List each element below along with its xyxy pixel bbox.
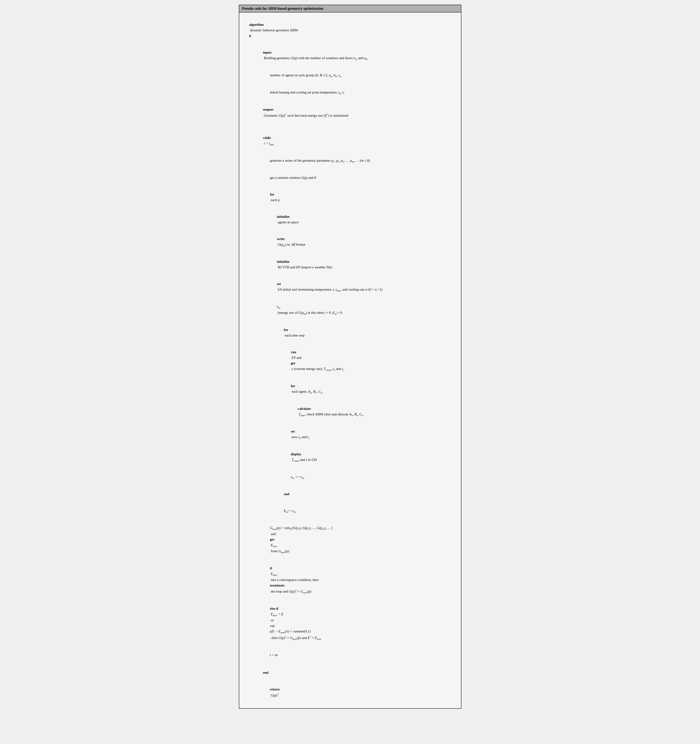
if-enew-text: met a convergence condition, then — [270, 578, 319, 582]
return-line: return G(p)* — [244, 681, 456, 704]
for-keyword-1: for — [270, 192, 274, 196]
for-time-step-line: for each time step — [244, 321, 456, 344]
initialize-agents-line: initialize agents in space — [244, 208, 456, 231]
em-accum-line: em += em — [244, 469, 456, 486]
gnew-text: Gnew(p) = minE[G(p1), G(p2), …, G(pm), …… — [270, 526, 333, 530]
write-text: G(pm) in .idf format — [277, 243, 305, 246]
set-keyword-1: set — [277, 282, 281, 286]
else-if-text-then: , then G(p)*:= Gnew(p) and E* = Enew — [270, 636, 321, 640]
end-while-line: end — [244, 664, 456, 681]
set-new-text: new th and tc — [291, 435, 309, 439]
initialize-bcvtb-text: BCVTB and EP (import a weather file) — [277, 265, 332, 269]
if-enew-text2: the loop and G(p)*:= Gnew(p) — [270, 589, 311, 593]
while-keyword: while — [263, 136, 271, 140]
initialize-keyword-2: initialize — [277, 260, 290, 263]
algorithm-keyword: algorithm — [249, 23, 264, 27]
for-keyword-3: for — [291, 384, 295, 388]
run-ep-text2: e (current energy use), Troom, th and tc — [291, 367, 344, 371]
display-line: display Troom and e in GH — [244, 446, 456, 469]
input-text-3: Initial heating and cooling set point te… — [270, 91, 345, 94]
return-text: G(p)* — [270, 693, 279, 697]
t-update-line: t = tα — [244, 647, 456, 663]
header-bar: Pseudo code for ABM-based geometry optim… — [239, 5, 461, 12]
else-keyword: else if — [270, 607, 278, 610]
terminate-keyword: terminate — [270, 583, 284, 587]
calculate-keyword: calculate — [298, 407, 311, 411]
content-area: algorithm dynamic behavior-geometry ABM … — [239, 12, 461, 708]
get-keyword: get — [291, 361, 295, 365]
get-keyword-2: get — [270, 537, 274, 541]
input-text-1: Building geometry G(p) with the number o… — [263, 56, 368, 60]
gnew-and: and — [270, 532, 276, 536]
write-keyword: write — [277, 237, 284, 241]
if-enew-condition: Enew — [270, 572, 277, 576]
if-keyword-1: if — [270, 566, 272, 570]
while-line: while t > tmin — [244, 129, 456, 152]
end-keyword-1: end — [284, 492, 289, 496]
run-ep-line: run EP and get e (current energy use), T… — [244, 344, 456, 378]
gnew-enew: Enew — [270, 543, 277, 547]
get-random-text: get a random solution G(p) and E — [270, 176, 317, 180]
input-line-3: Initial heating and cooling set point te… — [244, 84, 456, 101]
calculate-tskin-line: calculate Tskin, check ABM rules and all… — [244, 400, 456, 423]
while-condition: t > tmin — [263, 141, 274, 145]
generate-text: generate a series of the geometry parame… — [270, 159, 370, 162]
output-keyword: output: — [263, 108, 274, 111]
output-line: output: Geometry G(p)* such that total e… — [244, 101, 456, 124]
initialize-agents-text: agents in space — [277, 220, 299, 224]
t-update-text: t = tα — [270, 653, 278, 657]
run-keyword: run — [291, 350, 296, 354]
gnew-line: Gnew(p) = minE[G(p1), G(p2), …, G(pm), …… — [244, 519, 456, 560]
em-init-desc: (energy use of G(pm) at this time) := 0,… — [277, 311, 342, 314]
else-if-exp2: ((E − Enew)/t) > random(0,1) — [270, 629, 311, 633]
em-init-line: em (energy use of G(pm) at this time) :=… — [244, 298, 456, 321]
initialize-bcvtb-line: initialize BCVTB and EP (import a weathe… — [244, 253, 456, 275]
display-keyword: display — [291, 452, 302, 456]
run-ep-text: EP and — [291, 356, 302, 360]
input-text-2: number of agents in each group (A, B, C)… — [270, 73, 341, 77]
em-accum-text: em += em — [291, 475, 304, 479]
set-sa-line: set SA initial and terminating temperatu… — [244, 275, 456, 298]
else-if-text-or: or — [270, 618, 275, 622]
display-text: Troom and e in GH — [291, 458, 317, 461]
set-new-line: set new th and tc — [244, 423, 456, 446]
calculate-tskin-text: Tskin, check ABM rules and allocate Au, … — [298, 412, 364, 416]
gnew-from: from Gnew(p) — [270, 549, 289, 553]
em-init-text: em — [277, 305, 280, 308]
end-for-time-step-line: end — [244, 486, 456, 502]
output-text: Geometry G(p)* such that total energy us… — [263, 114, 348, 118]
else-if-line: else if Enew < E or exp ((E − Enew)/t) >… — [244, 600, 456, 647]
for-each-agent-line: for each agent, Au, Bv, Cw — [244, 378, 456, 400]
input-line-2: number of agents in each group (A, B, C)… — [244, 67, 456, 84]
em-assign-text: Em:= em — [284, 509, 296, 513]
set-keyword-2: set — [291, 430, 295, 433]
for-each-agent-text: each agent, Au, Bv, Cw — [291, 390, 322, 393]
input-line-1: input: Building geometry G(p) with the n… — [244, 44, 456, 67]
for-keyword-2: for — [284, 328, 288, 332]
write-line: write G(pm) in .idf format — [244, 231, 456, 253]
if-enew-line: if Enew met a convergence condition, the… — [244, 560, 456, 600]
em-assign-line: Em:= em — [244, 502, 456, 519]
end-keyword-2: end — [263, 671, 268, 674]
for-time-step-text: each time step — [284, 333, 305, 337]
get-random-line: get a random solution G(p) and E — [244, 169, 456, 186]
algorithm-name: dynamic behavior-geometry ABM — [249, 28, 299, 32]
for-each-p-text: each p — [270, 198, 279, 202]
algorithm-title-line: algorithm dynamic behavior-geometry ABM … — [244, 16, 456, 44]
pseudo-code-box: Pseudo code for ABM-based geometry optim… — [239, 4, 461, 709]
else-if-condition: Enew < E — [270, 612, 283, 616]
input-keyword-1: input: — [263, 51, 272, 54]
generate-line: generate a series of the geometry parame… — [244, 152, 456, 169]
initialize-keyword-1: initialize — [277, 215, 290, 219]
set-sa-text: SA initial and terminating temperature, … — [277, 287, 382, 291]
is-keyword: is — [249, 34, 251, 37]
return-keyword: return — [270, 687, 279, 691]
else-if-exp: exp — [270, 624, 275, 628]
for-each-p-line: for each p — [244, 186, 456, 208]
header-title: Pseudo code for ABM-based geometry optim… — [242, 6, 324, 10]
